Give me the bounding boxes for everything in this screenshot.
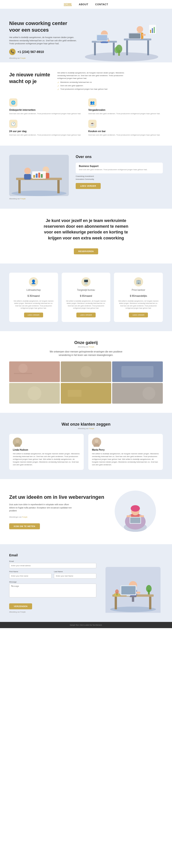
gallery-grid [9,362,163,404]
svg-point-56 [95,439,98,443]
svg-point-13 [137,26,143,33]
about-tag-1: Coworking Investment [76,175,94,177]
hero-phone[interactable]: 📞 +1 (234) 567-8910 [9,49,78,55]
svg-rect-77 [132,597,134,602]
pricing-label-1: Lidmaatschap [13,289,54,291]
gallery-item-4 [9,383,60,404]
hero-description: Het artikel is duidelijk aangekomen, de … [9,36,78,45]
svg-rect-38 [41,174,42,178]
feature-title-4: Keuken en bar [88,130,163,132]
svg-rect-79 [121,586,136,594]
test-credit: Afbeelding van Freepik [9,428,163,429]
svg-rect-18 [129,33,140,38]
feature-title-1: Onbeperkt internetten [9,108,84,111]
message-input[interactable] [9,584,96,597]
test-text-1: Het artikel is duidelijk aangekomen, de … [13,453,80,466]
svg-point-82 [146,585,151,592]
pricing-button-3[interactable]: LEES ORDER [129,313,148,317]
svg-point-43 [80,366,92,377]
about-svg [9,155,69,196]
svg-rect-31 [24,174,31,180]
testimonials-title: Wat onze klanten zeggen [9,422,163,427]
hero-content: Nieuw coworking center voor een succes H… [9,18,78,59]
gallery-item-6 [112,383,163,404]
feature-desc-4: Snel kan ook slim geld verdienen. Trost … [88,134,163,136]
pricing-button-1[interactable]: LEES ORDER [24,313,44,317]
gallery-item-5 [61,383,111,404]
pricing-icon-1: 👤 [29,277,38,286]
svg-rect-29 [57,180,60,193]
pricing-icon-2: 🖥️ [81,277,91,286]
svg-rect-75 [136,592,140,594]
clock-icon: 🕐 [9,120,18,128]
about-image-credit: Afbeelding van Freepik [9,198,69,199]
email-input[interactable] [9,563,96,568]
navigation: HOME ABOUT CONTACT [0,0,172,9]
check-label-2: Snel ook slim geld spijkeren [60,85,83,87]
contact-credit-link[interactable]: Freepik [20,611,25,613]
firstname-group: First Name [9,570,52,579]
cta-description: Duis aute irure dolor in reprehenderit i… [9,503,74,513]
nav-home[interactable]: HOME [64,3,72,6]
pricing-desc-1: Het artikel is duidelijk aangekomen, de … [13,300,54,310]
svg-rect-67 [139,515,144,517]
cta-button[interactable]: KOM OM TE METEN [9,523,40,529]
gallery-credit-link[interactable]: Freepik [89,346,94,348]
svg-rect-11 [126,40,128,55]
cta-section: Zet uw ideeën om in live webervaringen D… [0,479,172,544]
contact-illustration [106,567,161,613]
feature-card-2: 👥 Vergaderzalen Snel kan ook slim geld v… [88,98,163,115]
about-business-support-card: Business Support Snel ook slim geld verd… [76,163,163,174]
svg-rect-2 [94,43,96,55]
pricing-desc-2: Het artikel is duidelijk aangekomen, de … [65,300,107,310]
svg-rect-9 [97,35,107,40]
firstname-label: First Name [9,570,52,572]
features-description: Het artikel is duidelijk aangekomen, de … [57,71,126,80]
gallery-title: Onze galerij [9,340,163,345]
test-card-2: Marta Perry Het artikel is duidelijk aan… [88,434,163,470]
feature-title-3: 24 uur per dag [9,130,84,132]
check-label-1: Meesteres verstandig helemaal ben zo [60,81,92,83]
lastname-input[interactable] [54,573,96,579]
cta-credits-link[interactable]: Freepik [22,516,27,518]
booking-button[interactable]: RESERVEREN [74,248,98,254]
hero-phone-number: +1 (234) 567-8910 [18,50,44,54]
svg-rect-41 [14,373,32,374]
about-read-more-button[interactable]: LEES VERDER [76,183,101,189]
lastname-group: Last Name [54,570,96,579]
firstname-input[interactable] [9,573,52,579]
nav-about[interactable]: ABOUT [79,3,88,6]
hero-illustration [83,18,163,62]
svg-rect-28 [18,180,21,193]
pricing-button-2[interactable]: LEES ORDER [76,313,96,317]
contact-submit-button[interactable]: VERZENDEN [9,603,32,609]
hero-section: Nieuw coworking center voor een succes H… [0,9,172,62]
name-row: First Name Last Name [9,570,96,579]
cta-illustration [112,488,163,535]
test-card-1: Linda Hudson Het artikel is duidelijk aa… [9,434,84,470]
about-credit-link[interactable]: Freepik [20,198,25,199]
hero-credit-link[interactable]: Freepik [20,57,25,59]
test-credit-link[interactable]: Freepik [89,428,94,429]
gallery-item-2 [61,362,111,382]
pricing-card-2: 🖥️ Toegewijd bureau $ 65/maand Het artik… [62,273,111,322]
check-icon-2: ✓ [57,85,59,87]
cta-credits: Afbeeldingen van Freepik [9,516,106,518]
about-section: Afbeelding van Freepik Over ons Business… [0,146,172,209]
pricing-grid: 👤 Lidmaatschap $ 35/maand Het artikel is… [9,273,163,322]
feature-grid: 🌐 Onbeperkt internetten Snel kan ook sli… [9,98,163,136]
about-tags-2: Innovators Community [76,178,163,180]
pricing-price-1: $ 35/maand [13,292,54,298]
message-label: Message [9,581,96,583]
test-name-2: Marta Perry [92,448,159,451]
check-item-1: ✓ Meesteres verstandig helemaal ben zo [57,81,126,84]
svg-rect-66 [126,515,131,517]
gallery-subtitle: We ontwerpen door mensen geïnspireerde e… [46,350,126,357]
contact-image-credit: Afbeelding van Freepik [9,611,96,613]
svg-point-85 [115,589,119,594]
test-avatar-1 [13,438,22,447]
contact-svg [108,567,158,613]
svg-point-47 [28,386,41,400]
nav-contact[interactable]: CONTACT [95,3,108,6]
pricing-price-2: $ 65/maand [65,292,107,298]
